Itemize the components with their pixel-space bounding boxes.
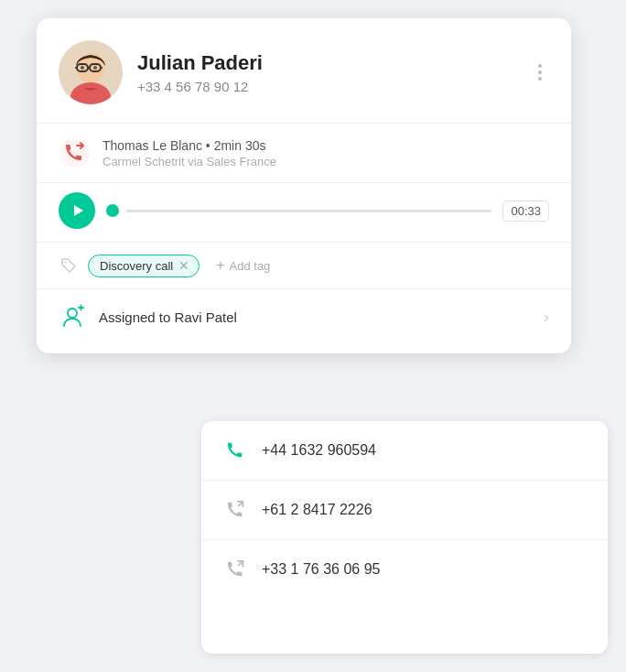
call-info-row: Thomas Le Blanc • 2min 30s Carmel Schetr…	[59, 124, 549, 182]
phone-list-card: +44 1632 960594 +61 2 8417 2226 +33 1	[201, 421, 608, 654]
svg-point-11	[93, 66, 97, 70]
plus-icon: +	[216, 257, 224, 274]
tag-chip-discovery-call[interactable]: Discovery call ✕	[88, 255, 200, 277]
more-options-button[interactable]	[531, 60, 549, 84]
svg-point-10	[81, 66, 84, 70]
page-wrapper: +44 1632 960594 +61 2 8417 2226 +33 1	[0, 0, 626, 672]
assign-person-icon	[59, 302, 88, 331]
progress-bar	[126, 210, 491, 212]
call-meta: Thomas Le Blanc • 2min 30s	[103, 138, 549, 153]
caller-name: Thomas Le Blanc	[103, 138, 202, 153]
contact-name: Julian Paderi	[137, 51, 263, 75]
call-route: Carmel Schetrit via Sales France	[103, 155, 549, 168]
call-outbound-icon-1	[223, 497, 249, 523]
svg-point-16	[68, 309, 77, 318]
card-header: Julian Paderi +33 4 56 78 90 12	[59, 40, 549, 104]
audio-player-row: 00:33	[59, 183, 549, 242]
contact-phone: +33 4 56 78 90 12	[137, 79, 263, 94]
tag-label: Discovery call	[100, 259, 173, 273]
phone-number-3: +33 1 76 36 06 95	[262, 561, 380, 578]
tag-icon	[59, 255, 79, 276]
play-button[interactable]	[59, 192, 95, 229]
avatar	[59, 40, 123, 104]
tags-row: Discovery call ✕ + Add tag	[59, 243, 549, 288]
main-contact-card: Julian Paderi +33 4 56 78 90 12	[37, 18, 571, 353]
call-duration: 2min 30s	[214, 138, 266, 153]
tag-remove-button[interactable]: ✕	[178, 259, 189, 272]
time-display: 00:33	[502, 201, 549, 222]
header-left: Julian Paderi +33 4 56 78 90 12	[59, 40, 263, 104]
contact-info: Julian Paderi +33 4 56 78 90 12	[137, 51, 263, 94]
call-separator: •	[206, 138, 214, 153]
assignment-row[interactable]: Assigned to Ravi Patel ›	[59, 289, 549, 335]
list-item[interactable]: +61 2 8417 2226	[201, 481, 608, 540]
chevron-right-icon: ›	[544, 308, 549, 327]
svg-point-12	[60, 138, 90, 168]
call-details: Thomas Le Blanc • 2min 30s Carmel Schetr…	[103, 138, 549, 168]
list-item[interactable]: +44 1632 960594	[201, 421, 608, 481]
assignment-label: Assigned to Ravi Patel	[99, 309, 237, 325]
progress-bar-wrap[interactable]	[106, 204, 491, 217]
list-item[interactable]: +33 1 76 36 06 95	[201, 540, 608, 599]
missed-call-icon	[59, 136, 92, 169]
phone-number-2: +61 2 8417 2226	[262, 502, 372, 518]
svg-point-15	[65, 262, 67, 264]
phone-number-1: +44 1632 960594	[262, 442, 376, 459]
assignment-left: Assigned to Ravi Patel	[59, 302, 237, 331]
call-inbound-icon	[223, 438, 249, 463]
progress-dot	[106, 204, 119, 217]
add-tag-button[interactable]: + Add tag	[209, 254, 277, 277]
svg-marker-14	[74, 205, 83, 216]
add-tag-label: Add tag	[230, 259, 271, 273]
call-outbound-icon-2	[223, 557, 249, 582]
